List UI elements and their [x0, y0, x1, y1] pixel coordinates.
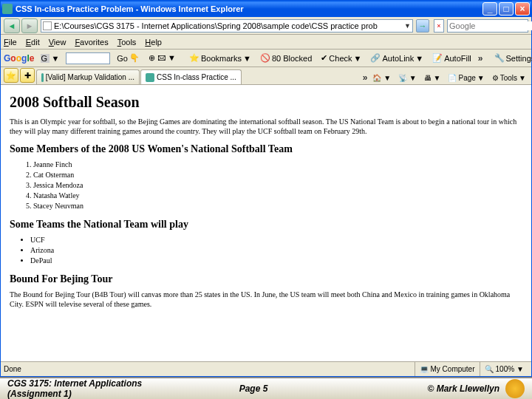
google-toolbar: Google G▼ Go 👇 ⊕ 🖂 ▼ ⭐ Bookmarks▼ 🚫 80 B… — [1, 50, 531, 67]
menu-file[interactable]: File — [4, 38, 17, 47]
popup-blocked-button[interactable]: 🚫 80 Blocked — [258, 52, 314, 64]
go-button[interactable]: → — [416, 19, 429, 33]
google-go-button[interactable]: Go 👇 — [115, 52, 142, 64]
menu-view[interactable]: View — [49, 38, 66, 47]
address-dropdown-icon[interactable]: ▼ — [404, 22, 411, 30]
address-bar-row: ◄ ► ▼ → × 🔍 — [1, 17, 531, 35]
ie-icon — [2, 4, 13, 14]
tour-heading: Bound For Bejing Tour — [10, 273, 522, 285]
minimize-button[interactable]: _ — [482, 2, 497, 16]
back-button[interactable]: ◄ — [4, 18, 20, 33]
search-field[interactable]: 🔍 — [447, 19, 528, 33]
add-favorites-button[interactable]: ✚ — [20, 68, 35, 83]
google-search-dropdown[interactable]: G▼ — [38, 53, 61, 64]
footer-course: CGS 3175: Internet Applications (Assignm… — [7, 378, 171, 399]
home-button[interactable]: 🏠 ▼ — [370, 73, 393, 83]
address-field[interactable]: ▼ — [41, 19, 413, 33]
more-tabs-icon[interactable]: » — [363, 72, 368, 83]
browser-window: CSS In-class Practice Problem - Windows … — [0, 0, 532, 377]
tools-menu[interactable]: ⚙ Tools ▼ — [490, 73, 528, 83]
members-list: Jeanne Finch Cat Osterman Jessica Mendoz… — [33, 160, 522, 211]
feeds-button[interactable]: 📡 ▼ — [396, 73, 419, 83]
check-button[interactable]: ✔ Check ▼ — [318, 52, 364, 64]
autofill-button[interactable]: 📝 AutoFill — [430, 52, 474, 64]
slide-footer: CGS 3175: Internet Applications (Assignm… — [0, 377, 532, 399]
menu-favorites[interactable]: Favorites — [75, 38, 108, 47]
more-chevron-icon[interactable]: » — [478, 53, 483, 64]
window-title: CSS In-class Practice Problem - Windows … — [16, 4, 482, 13]
intro-paragraph: This is an Olympic year for softball, so… — [10, 117, 522, 136]
nav-buttons: ◄ ► — [4, 18, 38, 33]
google-search-input[interactable] — [66, 52, 110, 64]
footer-author: © Mark Llewellyn — [335, 383, 499, 394]
tab-css-practice[interactable]: CSS In-class Practice ... — [140, 69, 242, 84]
address-input[interactable] — [54, 21, 404, 30]
settings-button[interactable]: 🔧 Settings▼ — [492, 52, 533, 64]
tour-paragraph: The Bound for Bejing Tour (B4B Tour) wil… — [10, 290, 522, 309]
window-buttons: _ □ × — [482, 2, 530, 16]
list-item: Cat Osterman — [33, 170, 522, 180]
status-text: Done — [4, 365, 415, 373]
list-item: DePaul — [30, 256, 522, 266]
autolink-button[interactable]: 🔗 AutoLink ▼ — [368, 52, 426, 64]
zoom-level[interactable]: 🔍 100% ▼ — [480, 362, 528, 376]
bookmarks-button[interactable]: ⭐ Bookmarks▼ — [187, 52, 253, 64]
favorites-center-button[interactable]: ⭐ — [4, 68, 18, 83]
maximize-button[interactable]: □ — [499, 2, 514, 16]
menu-help[interactable]: Help — [145, 38, 162, 47]
page-content: 2008 Softball Season This is an Olympic … — [1, 85, 531, 361]
search-input[interactable] — [449, 21, 532, 30]
print-button[interactable]: 🖶 ▼ — [422, 73, 443, 83]
teams-list: UCF Arizona DePaul — [30, 235, 522, 266]
page-h1: 2008 Softball Season — [10, 94, 522, 111]
list-item: Jeanne Finch — [33, 160, 522, 170]
security-zone: 💻 My Computer — [415, 362, 480, 376]
page-menu[interactable]: 📄 Page ▼ — [446, 73, 486, 83]
list-item: UCF — [30, 235, 522, 245]
tab-icon — [41, 73, 44, 82]
status-bar: Done 💻 My Computer 🔍 100% ▼ — [1, 361, 531, 376]
footer-page: Page 5 — [171, 383, 335, 394]
list-item: Jessica Mendoza — [33, 180, 522, 191]
menu-tools[interactable]: Tools — [117, 38, 137, 47]
teams-heading: Some Teams the National Team will play — [10, 219, 522, 231]
menu-edit[interactable]: Edit — [26, 38, 40, 47]
tab-tools: » 🏠 ▼ 📡 ▼ 🖶 ▼ 📄 Page ▼ ⚙ Tools ▼ — [363, 72, 528, 83]
list-item: Stacey Neuvman — [33, 201, 522, 211]
close-button[interactable]: × — [515, 2, 530, 16]
stop-button[interactable]: × — [434, 19, 444, 33]
ucf-logo-icon — [505, 379, 525, 398]
tab-icon — [146, 73, 154, 82]
members-heading: Some Members of the 2008 US Women's Nati… — [10, 143, 522, 155]
google-logo[interactable]: Google — [4, 53, 34, 64]
list-item: Arizona — [30, 245, 522, 256]
menu-bar: File Edit View Favorites Tools Help — [1, 35, 531, 50]
forward-button[interactable]: ► — [21, 18, 38, 33]
list-item: Natasha Watley — [33, 191, 522, 201]
tab-bar: ⭐ ✚ [Valid] Markup Validation ... CSS In… — [1, 67, 531, 85]
document-icon — [43, 21, 52, 30]
google-options[interactable]: ⊕ 🖂 ▼ — [146, 52, 178, 64]
tab-validation[interactable]: [Valid] Markup Validation ... — [36, 69, 140, 84]
title-bar: CSS In-class Practice Problem - Windows … — [1, 1, 531, 17]
